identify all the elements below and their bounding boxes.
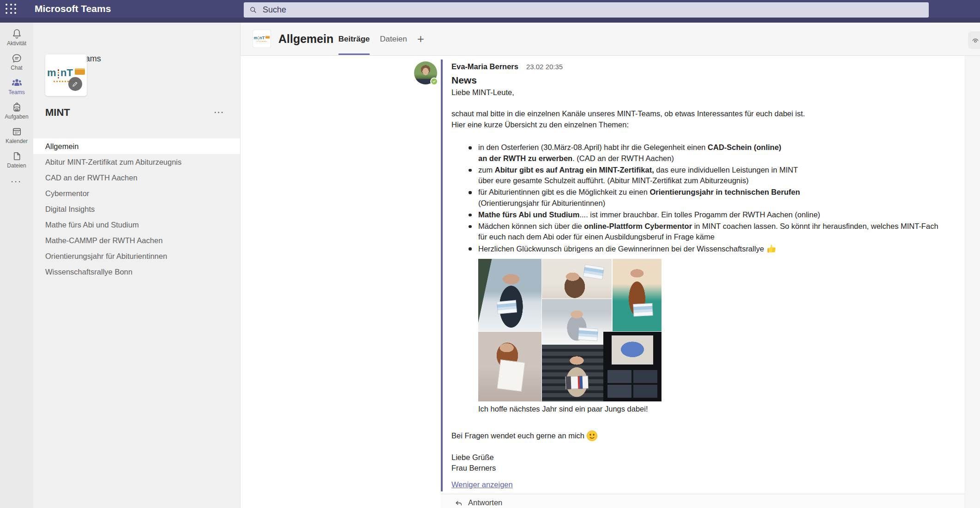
status-available-badge (430, 78, 438, 85)
bullet-item: Mathe fürs Abi und Studium.... ist immer… (478, 209, 961, 221)
team-sidebar: Alle Teams m nT MINT ··· AllgemeinAbitur… (33, 23, 240, 508)
text-line: in den Osterferien (30.März-08.April) ha… (478, 142, 961, 153)
text-line: Frau Berners (451, 463, 961, 474)
photo-laptop-video-call (603, 332, 661, 401)
channel-item-3[interactable]: Cybermentor (33, 185, 240, 201)
mint-logo-badge (75, 68, 85, 75)
teams-icon (11, 77, 23, 89)
rail-item-label: Kalender (6, 138, 28, 144)
channel-item-6[interactable]: Mathe-CAMMP der RWTH Aachen (33, 233, 240, 248)
photo-girl-winter-outdoor (478, 259, 541, 331)
message-header: Eva-Maria Berners 23.02 20:35 (451, 61, 961, 72)
message-card: Eva-Maria Berners 23.02 20:35 News Liebe… (441, 60, 965, 508)
add-tab-button[interactable]: + (417, 23, 424, 55)
more-apps-button[interactable]: ··· (0, 178, 33, 185)
mint-logo-letters-nt: nT (60, 68, 73, 78)
rail-item-activity[interactable]: Aktivität (0, 25, 33, 49)
text-line: über eure gesamte Schulzeit aufführt. (A… (478, 175, 961, 186)
mint-logo-dots (258, 36, 259, 40)
top-bar: Microsoft Teams (0, 0, 980, 23)
mint-logo-letters-nt: nT (259, 36, 265, 40)
channel-meet-button[interactable] (968, 31, 980, 49)
tab-dateien[interactable]: Dateien (380, 23, 407, 55)
channel-item-0[interactable]: Allgemein (33, 138, 240, 154)
photo-girl-certificate (542, 259, 612, 299)
text-line: an der RWTH zu erwerben. (CAD an der RWT… (478, 153, 961, 164)
thumbsup-emoji (766, 243, 777, 255)
paragraph: Liebe MINT-Leute, (451, 87, 961, 98)
app-title: Microsoft Teams (35, 0, 111, 18)
author-avatar[interactable] (414, 61, 437, 84)
top-bar-shadow (0, 18, 980, 23)
eye-icon (971, 36, 980, 45)
message-content: Eva-Maria Berners 23.02 20:35 News Liebe… (441, 60, 965, 491)
text-line: für euch nach dem Abi oder für einen Aus… (478, 232, 961, 243)
channel-header: m nT Allgemein BeiträgeDateien+ (240, 23, 980, 56)
bell-icon (11, 28, 23, 40)
channel-item-7[interactable]: Orientierungsjahr für Abiturientinnen (33, 248, 240, 264)
channel-item-1[interactable]: Abitur MINT-Zertifikat zum Abiturzeugnis (33, 154, 240, 170)
team-options-button[interactable]: ··· (214, 108, 224, 117)
reply-label: Antworten (468, 498, 502, 507)
bullet-item: Herzlichen Glückwunsch übrigens an die G… (478, 243, 961, 255)
mint-logo-badge (265, 36, 270, 39)
photo-collage[interactable] (478, 259, 661, 401)
rail-item-label: Aufgaben (5, 114, 28, 120)
photo-girl-blinds (542, 345, 612, 401)
mint-logo-subtitle (257, 41, 267, 42)
text-line: Hier eine kurze Übersicht zu den einzeln… (451, 120, 961, 131)
channel-title: Allgemein (278, 23, 333, 55)
search-bar[interactable] (244, 2, 929, 18)
app-rail-items: AktivitätChatTeamsAufgabenKalenderDateie… (0, 23, 33, 172)
channel-item-5[interactable]: Mathe fürs Abi und Studium (33, 217, 240, 233)
photo-girl-with-letter (478, 332, 541, 401)
message-timestamp: 23.02 20:35 (526, 61, 563, 72)
rail-item-label: Teams (8, 89, 24, 96)
show-less-link[interactable]: Weniger anzeigen (451, 479, 513, 490)
search-input[interactable] (262, 5, 929, 15)
reply-bar[interactable]: Antworten (441, 494, 965, 508)
mint-logo-letter-m: m (254, 36, 258, 40)
message-body: Liebe MINT-Leute,schaut mal bitte in die… (451, 87, 961, 474)
reply-arrow-icon (454, 499, 463, 508)
tab-beiträge[interactable]: Beiträge (338, 23, 370, 55)
team-logo-card[interactable]: m nT (45, 54, 87, 96)
check-icon (432, 79, 436, 84)
chat-icon (11, 53, 23, 64)
mint-logo-letter-m: m (47, 68, 56, 78)
rail-item-teams[interactable]: Teams (0, 74, 33, 98)
rail-item-calendar[interactable]: Kalender (0, 123, 33, 147)
photo-girl-teal-shirt (613, 259, 661, 331)
channel-item-2[interactable]: CAD an der RWTH Aachen (33, 170, 240, 185)
calendar-icon (11, 126, 23, 137)
text-line: (Orientierungsjahr für Abiturientinnen) (478, 198, 961, 209)
rail-item-chat[interactable]: Chat (0, 49, 33, 74)
scrollbar-track[interactable] (965, 56, 980, 508)
rail-item-tasks[interactable]: Aufgaben (0, 98, 33, 123)
text-line: Bei Fragen wendet euch gerne an mich (451, 430, 961, 442)
text-line: schaut mal bitte in die einzelnen Kanäle… (451, 108, 961, 120)
message-feed: Eva-Maria Berners 23.02 20:35 News Liebe… (240, 56, 980, 508)
app-rail: AktivitätChatTeamsAufgabenKalenderDateie… (0, 23, 33, 508)
team-name: MINT (45, 107, 70, 119)
bullet-item: zum Abitur gibt es auf Antrag ein MINT-Z… (478, 165, 961, 186)
channel-item-4[interactable]: Digital Insights (33, 201, 240, 217)
paragraph: schaut mal bitte in die einzelnen Kanäle… (451, 108, 961, 130)
bullet-item: in den Osterferien (30.März-08.April) ha… (478, 142, 961, 164)
rail-item-files[interactable]: Dateien (0, 147, 33, 172)
mint-logo-dots (58, 69, 60, 78)
message-author[interactable]: Eva-Maria Berners (451, 61, 518, 72)
photo-collage-wrap: Ich hoffe nächstes Jahr sind ein paar Ju… (478, 259, 961, 415)
message-subject: News (451, 75, 961, 86)
edit-team-picture-button[interactable] (68, 77, 82, 91)
bullet-item: für Abiturientinnen gibt es die Möglichk… (478, 187, 961, 209)
app-launcher-icon[interactable] (6, 4, 18, 15)
channel-item-8[interactable]: Wissenschaftsrallye Bonn (33, 264, 240, 280)
backpack-icon (11, 102, 23, 113)
file-icon (11, 150, 23, 162)
channel-tabs: BeiträgeDateien+ (338, 23, 424, 55)
text-line: zum Abitur gibt es auf Antrag ein MINT-Z… (478, 165, 961, 176)
bullet-item: Mädchen können sich über die online-Plat… (478, 221, 961, 243)
search-icon (249, 6, 258, 14)
photo-girl-glasses-winter (542, 299, 612, 344)
